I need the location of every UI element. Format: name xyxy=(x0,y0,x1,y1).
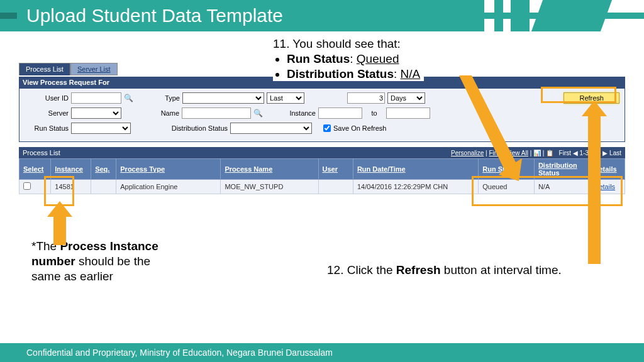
col-process-type[interactable]: Process Type xyxy=(116,159,221,180)
col-details[interactable]: Details xyxy=(590,159,625,180)
screenshot-panel: Process List Server List View Process Re… xyxy=(19,63,625,194)
note-text: 12. Click the xyxy=(327,263,396,277)
note-text: Queued xyxy=(357,52,399,65)
process-list-title: Process List xyxy=(23,149,60,156)
col-user[interactable]: User xyxy=(318,159,353,180)
note-step-12: 12. Click the Refresh button at interval… xyxy=(327,263,562,278)
cell-run-datetime: 14/04/2016 12:26:29PM CHN xyxy=(353,180,478,194)
refresh-button[interactable]: Refresh xyxy=(564,92,619,104)
title-bar: Upload Student Data Template xyxy=(0,0,644,31)
details-link[interactable]: Details xyxy=(594,183,616,190)
grid-header-row: Select Instance Seq. Process Type Proces… xyxy=(19,159,625,180)
cell-instance: 14581 xyxy=(51,180,91,194)
col-run-datetime[interactable]: Run Date/Time xyxy=(353,159,478,180)
label-instance: Instance xyxy=(265,109,316,117)
row-select-checkbox[interactable] xyxy=(23,182,31,190)
personalize-link[interactable]: Personalize xyxy=(451,150,484,156)
label-save-on-refresh: Save On Refresh xyxy=(333,124,386,132)
note-text: *The xyxy=(31,239,60,253)
title-ribbon: Upload Student Data Template xyxy=(0,0,484,31)
label-name: Name xyxy=(135,109,179,117)
label-dist-status: Distribution Status xyxy=(133,124,228,132)
note-text: button at interval time. xyxy=(441,263,562,277)
process-grid: Select Instance Seq. Process Type Proces… xyxy=(19,158,625,194)
label-run-status: Run Status xyxy=(25,124,69,132)
first-link[interactable]: First xyxy=(559,150,571,156)
col-select[interactable]: Select xyxy=(19,159,51,180)
cell-dist-status: N/A xyxy=(534,180,590,194)
note-text: Run Status xyxy=(287,52,350,65)
label-server: Server xyxy=(25,109,69,117)
title-stripe xyxy=(531,0,612,31)
note-text: N/A xyxy=(401,67,421,80)
col-run-status[interactable]: Run Status xyxy=(479,159,535,180)
note-text: Refresh xyxy=(396,263,441,277)
label-to: to xyxy=(365,109,384,117)
lookup-icon[interactable]: 🔍 xyxy=(124,94,133,102)
run-status-select[interactable] xyxy=(71,123,131,134)
col-seq[interactable]: Seq. xyxy=(91,159,116,180)
grid-toolbar: Personalize | Find | View All | 📊 | 📋 Fi… xyxy=(451,150,621,156)
label-type: Type xyxy=(136,94,180,102)
note-instance: *The Process Instance number should be t… xyxy=(31,239,176,283)
cell-process-name: MOE_NW_STUPD xyxy=(221,180,318,194)
days-count-input[interactable] xyxy=(347,92,385,104)
find-link[interactable]: Find xyxy=(489,150,501,156)
note-text: 11. You should see that: xyxy=(273,36,420,52)
filter-box: User ID 🔍 Type Last Days Refresh Server … xyxy=(19,88,625,142)
last-select[interactable]: Last xyxy=(267,92,304,104)
title-stripe xyxy=(511,0,530,31)
table-row: 14581 Application Engine MOE_NW_STUPD 14… xyxy=(19,180,625,194)
cell-seq xyxy=(91,180,116,194)
cell-user xyxy=(318,180,353,194)
dist-status-select[interactable] xyxy=(230,123,312,134)
col-dist-status[interactable]: Distribution Status xyxy=(534,159,590,180)
instance-to-input[interactable] xyxy=(386,107,430,119)
slide-title: Upload Student Data Template xyxy=(26,5,283,26)
save-on-refresh-checkbox[interactable] xyxy=(323,124,331,132)
user-id-input[interactable] xyxy=(71,92,121,104)
col-process-name[interactable]: Process Name xyxy=(221,159,318,180)
col-instance[interactable]: Instance xyxy=(51,159,91,180)
label-user-id: User ID xyxy=(25,94,69,102)
note-text: Distribution Status xyxy=(287,67,394,80)
footer-bar: Confidential and Proprietary, Ministry o… xyxy=(0,343,644,362)
instance-from-input[interactable] xyxy=(318,107,362,119)
cell-process-type: Application Engine xyxy=(116,180,221,194)
type-select[interactable] xyxy=(182,92,264,104)
tab-process-list[interactable]: Process List xyxy=(19,63,70,75)
days-unit-select[interactable]: Days xyxy=(387,92,425,104)
process-list-header: Process List Personalize | Find | View A… xyxy=(19,147,625,158)
view-all-link[interactable]: View All xyxy=(506,150,528,156)
cell-run-status: Queued xyxy=(479,180,535,194)
tab-server-list[interactable]: Server List xyxy=(70,63,118,75)
paging-text: 1-3 of 3 xyxy=(580,150,601,156)
name-input[interactable] xyxy=(182,107,251,119)
note-step-11: 11. You should see that: Run Status: Que… xyxy=(273,36,424,81)
last-link[interactable]: Last xyxy=(609,150,621,156)
server-select[interactable] xyxy=(71,107,121,119)
footer-text: Confidential and Proprietary, Ministry o… xyxy=(26,348,333,358)
title-stripe xyxy=(494,0,503,31)
lookup-icon[interactable]: 🔍 xyxy=(253,109,263,118)
